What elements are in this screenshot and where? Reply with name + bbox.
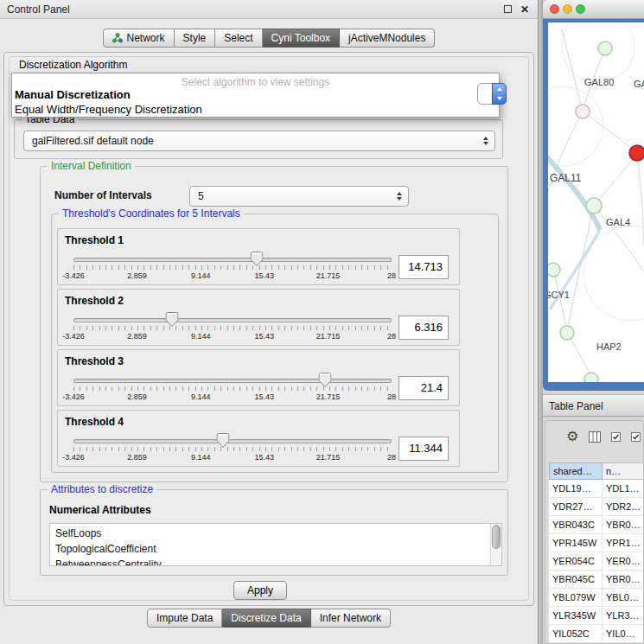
table-row[interactable]: YDR27…YDR2… [549, 498, 644, 516]
slider-thumb[interactable] [251, 252, 264, 266]
column-header-name[interactable]: n… [603, 462, 644, 480]
dropdown-option-equal-width[interactable]: Equal Width/Frequency Discretization [15, 103, 202, 116]
cell[interactable]: YDL19… [549, 480, 603, 497]
slider-track [73, 379, 392, 383]
tab-style[interactable]: Style [175, 29, 216, 48]
table-row[interactable]: YLR345WYLR3… [549, 607, 644, 625]
slider-thumb[interactable] [166, 312, 179, 327]
node[interactable] [560, 326, 574, 340]
table-panel-title: Table Panel [549, 400, 603, 412]
cell[interactable]: YPR1… [603, 534, 644, 552]
cell[interactable]: YLR3… [603, 607, 644, 624]
dropdown-placeholder: Select algorithm to view settings [12, 76, 499, 88]
cell[interactable]: YDL1… [603, 480, 644, 497]
slider-track [73, 439, 392, 443]
cell[interactable]: YIL052C [549, 625, 603, 642]
threshold-1-value-field[interactable]: 14.713 [399, 255, 449, 279]
node[interactable] [584, 373, 598, 382]
cell[interactable]: YBR0… [603, 516, 644, 533]
tab-impute-data[interactable]: Impute Data [147, 609, 222, 628]
slider-thumb[interactable] [318, 373, 331, 387]
numerical-attributes-list[interactable]: SelfLoops TopologicalCoefficient Between… [49, 523, 502, 566]
threshold-3-value-field[interactable]: 21.4 [399, 376, 449, 400]
number-of-intervals-combobox[interactable]: 5 [189, 186, 409, 207]
interval-definition-group: Interval Definition Number of Intervals … [40, 166, 508, 482]
cell[interactable]: YER054C [549, 552, 603, 570]
slider-scale: -3.426 2.859 9.144 15.43 21.715 28 [73, 271, 392, 281]
node-table: shared… n… YDL19…YDL1… YDR27…YDR2… YBR04… [549, 462, 644, 643]
column-header-shared-name[interactable]: shared… [549, 462, 603, 480]
dropdown-option-manual-discretization[interactable]: Manual Discretization [15, 88, 131, 101]
node[interactable] [576, 105, 590, 118]
node-label: GAL4 [606, 217, 630, 227]
network-nodes[interactable] [548, 41, 644, 382]
cell[interactable]: YIL0… [603, 625, 644, 642]
apply-button[interactable]: Apply [233, 581, 287, 600]
list-item[interactable]: TopologicalCoefficient [50, 541, 501, 557]
select-none-checkbox-icon[interactable] [631, 432, 641, 442]
gear-icon[interactable]: ⚙ [566, 430, 578, 443]
threshold-3-slider[interactable]: -3.426 2.859 9.144 15.43 21.715 28 [73, 373, 392, 404]
list-item[interactable]: SelfLoops [50, 526, 501, 541]
scale-label: 28 [387, 453, 396, 462]
cell[interactable]: YDR27… [549, 498, 603, 515]
close-traffic-light-icon[interactable] [550, 4, 559, 14]
table-row[interactable]: YER054CYER0… [549, 552, 644, 571]
select-all-checkbox-icon[interactable] [611, 432, 621, 442]
node-label: GA [634, 79, 644, 89]
cell[interactable]: YER0… [603, 552, 644, 570]
selected-red-node[interactable] [629, 145, 644, 161]
network-canvas[interactable]: GAL80 GA GAL11 GAL4 GCY1 HAP2 [548, 22, 644, 382]
threshold-4-slider[interactable]: -3.426 2.859 9.144 15.43 21.715 28 [73, 433, 392, 464]
table-row[interactable]: YIL052CYIL0… [549, 625, 644, 643]
node-label: GCY1 [548, 290, 570, 300]
combo-arrows-icon [397, 192, 402, 201]
list-scrollbar[interactable] [490, 524, 501, 565]
threshold-4-panel: Threshold 4 -3.426 2.859 9.144 15.43 21 [57, 410, 460, 467]
table-header-row: shared… n… [549, 462, 644, 480]
minimize-traffic-light-icon[interactable] [563, 4, 572, 14]
tab-infer-network[interactable]: Infer Network [311, 609, 391, 628]
cell[interactable]: YLR345W [549, 607, 603, 624]
close-icon[interactable]: ✕ [520, 3, 529, 16]
cell[interactable]: YPR145W [549, 534, 603, 552]
scale-label: 2.859 [127, 332, 147, 341]
cell[interactable]: YBR0… [603, 571, 644, 588]
zoom-traffic-light-icon[interactable] [576, 4, 585, 14]
node-label: GAL80 [584, 77, 614, 87]
tab-network[interactable]: Network [103, 29, 175, 48]
threshold-1-slider[interactable]: -3.426 2.859 9.144 15.43 21.715 28 [73, 252, 392, 283]
screen: Control Panel ✕ Network Style Select Cyn… [0, 0, 644, 644]
slider-thumb[interactable] [216, 433, 229, 448]
cell[interactable]: YBL0… [603, 589, 644, 606]
threshold-2-slider[interactable]: -3.426 2.859 9.144 15.43 21.715 28 [73, 312, 392, 343]
node-label: HAP2 [596, 341, 622, 352]
columns-icon[interactable] [589, 431, 601, 443]
table-row[interactable]: YDL19…YDL1… [549, 480, 644, 498]
table-row[interactable]: YBR043CYBR0… [549, 516, 644, 534]
node[interactable] [586, 198, 602, 214]
tab-select[interactable]: Select [215, 29, 262, 48]
table-row[interactable]: YBL079WYBL0… [549, 589, 644, 607]
scrollbar-thumb[interactable] [492, 525, 501, 549]
node[interactable] [598, 41, 612, 55]
table-row[interactable]: YPR145WYPR1… [549, 534, 644, 552]
threshold-2-value-field[interactable]: 6.316 [399, 316, 449, 340]
tab-cyni-toolbox[interactable]: Cyni Toolbox [263, 29, 340, 48]
cell[interactable]: YBR043C [549, 516, 603, 533]
node[interactable] [548, 263, 560, 277]
cell[interactable]: YDR2… [603, 498, 644, 515]
scale-label: 2.859 [127, 392, 147, 401]
threshold-4-value-field[interactable]: 11.344 [399, 437, 449, 461]
tab-jactivemnodules[interactable]: jActiveMNodules [340, 29, 435, 48]
cell[interactable]: YBR045C [549, 571, 603, 588]
table-data-combobox[interactable]: galFiltered.sif default node [23, 131, 495, 151]
tab-discretize-data[interactable]: Discretize Data [222, 609, 310, 628]
tab-label: Discretize Data [231, 612, 301, 624]
cell[interactable]: YBL079W [549, 589, 603, 606]
scale-label: 15.43 [255, 332, 275, 341]
algorithm-combobox[interactable] [477, 83, 507, 105]
table-row[interactable]: YBR045CYBR0… [549, 571, 644, 589]
list-item[interactable]: BetweennessCentrality [50, 557, 501, 566]
float-window-icon[interactable] [504, 5, 512, 13]
